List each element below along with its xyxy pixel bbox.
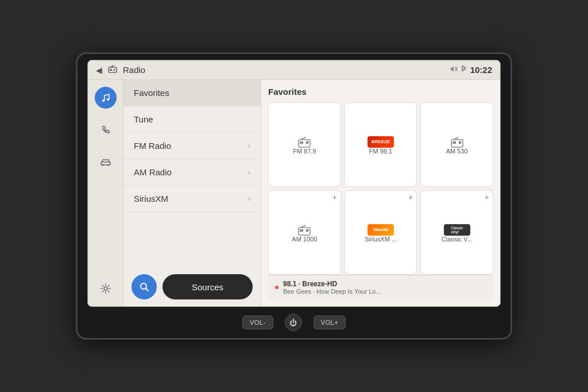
chevron-right-icon: › xyxy=(248,142,250,150)
sidebar-item-music[interactable] xyxy=(95,87,117,109)
content-panel: Favorites FM 87.9 xyxy=(261,80,500,306)
fav-label-fm879: FM 87.9 xyxy=(293,148,316,155)
menu-item-am-radio[interactable]: AM Radio › xyxy=(123,159,261,186)
fav-label-siriusxm: SiriusXM ... xyxy=(365,236,397,243)
svg-point-9 xyxy=(107,164,109,166)
svg-rect-17 xyxy=(452,141,456,144)
svg-point-6 xyxy=(107,98,109,101)
now-playing-indicator xyxy=(275,286,278,289)
siriusxm-logo: SiriusXM xyxy=(368,224,394,236)
sidebar-item-phone[interactable] xyxy=(95,119,117,141)
back-button[interactable]: ◀ xyxy=(96,66,102,75)
bluetooth-icon xyxy=(461,65,467,75)
svg-point-2 xyxy=(114,69,115,71)
infotainment-screen: ◀ Radio xyxy=(87,60,501,307)
sources-button[interactable]: Sources xyxy=(163,274,253,299)
favorite-siriusxm[interactable]: + SiriusXM SiriusXM ... xyxy=(345,190,417,275)
menu-item-fm-radio[interactable]: FM Radio › xyxy=(123,133,261,159)
clock-display: 10:22 xyxy=(470,65,492,75)
favorite-classic-vinyl[interactable]: + Classicvinyl Classic V... xyxy=(420,190,493,275)
radio-icon xyxy=(297,224,311,236)
status-bar: 10:22 xyxy=(450,65,492,75)
chevron-right-icon: › xyxy=(248,168,250,176)
now-playing-bar: 98.1 · Breeze-HD Bee Gees · How Deep Is … xyxy=(268,275,493,299)
fav-label-classic-vinyl: Classic V... xyxy=(442,236,473,243)
car-infotainment-frame: ◀ Radio xyxy=(76,52,512,340)
favorite-am-530[interactable]: AM 530 xyxy=(420,102,493,187)
physical-controls: VOL- ⏻ VOL+ xyxy=(83,307,505,336)
radio-icon xyxy=(450,136,464,148)
favorite-fm-98-1[interactable]: BREEZE FM 98.1 xyxy=(345,102,417,187)
favorite-fm-87-9[interactable]: FM 87.9 xyxy=(268,102,341,187)
sidebar-item-car[interactable] xyxy=(95,151,117,173)
svg-point-10 xyxy=(104,287,107,290)
favorite-am-1000[interactable]: + AM 1000 xyxy=(268,190,341,275)
svg-rect-14 xyxy=(300,141,303,144)
radio-header-icon xyxy=(108,65,117,75)
classic-vinyl-logo: Classicvinyl xyxy=(444,224,470,236)
now-playing-info: 98.1 · Breeze-HD Bee Gees · How Deep Is … xyxy=(283,280,486,295)
fav-label-am1000: AM 1000 xyxy=(292,236,317,243)
fm981-logo: BREEZE xyxy=(368,136,394,148)
power-button[interactable]: ⏻ xyxy=(285,314,302,331)
svg-line-12 xyxy=(146,289,148,291)
now-playing-track: Bee Gees · How Deep Is Your Lo... xyxy=(283,288,486,295)
chevron-right-icon: › xyxy=(248,195,250,203)
search-button[interactable] xyxy=(131,274,157,299)
favorites-grid: FM 87.9 BREEZE FM 98.1 xyxy=(268,102,493,275)
menu-item-tune[interactable]: Tune xyxy=(123,106,261,133)
vol-minus-button[interactable]: VOL- xyxy=(242,316,273,329)
screen-title: Radio xyxy=(123,65,444,75)
menu-item-favorites[interactable]: Favorites xyxy=(123,80,261,106)
screen-header: ◀ Radio xyxy=(88,60,500,80)
menu-bottom-controls: Sources xyxy=(123,267,261,306)
content-title: Favorites xyxy=(268,87,493,97)
svg-point-5 xyxy=(102,99,105,102)
svg-point-21 xyxy=(306,229,309,232)
add-favorite-button[interactable]: + xyxy=(332,193,336,201)
fav-label-fm981: FM 98.1 xyxy=(369,148,392,155)
svg-rect-1 xyxy=(110,69,112,71)
svg-rect-20 xyxy=(300,229,303,232)
menu-item-siriusxm[interactable]: SiriusXM › xyxy=(123,186,261,212)
screen-body: Favorites Tune FM Radio › AM Radio › Sir… xyxy=(88,80,500,306)
mute-icon xyxy=(450,66,458,74)
app-sidebar xyxy=(88,80,123,306)
radio-icon xyxy=(297,136,311,148)
sidebar-item-settings[interactable] xyxy=(95,278,117,299)
now-playing-station: 98.1 · Breeze-HD xyxy=(283,280,486,288)
menu-panel: Favorites Tune FM Radio › AM Radio › Sir… xyxy=(123,80,261,306)
svg-point-18 xyxy=(458,141,461,144)
add-favorite-button[interactable]: + xyxy=(485,193,489,201)
vol-plus-button[interactable]: VOL+ xyxy=(314,316,346,329)
add-favorite-button[interactable]: + xyxy=(408,193,413,201)
fav-label-am530: AM 530 xyxy=(446,148,468,155)
svg-point-15 xyxy=(306,141,309,144)
svg-point-8 xyxy=(102,164,104,166)
